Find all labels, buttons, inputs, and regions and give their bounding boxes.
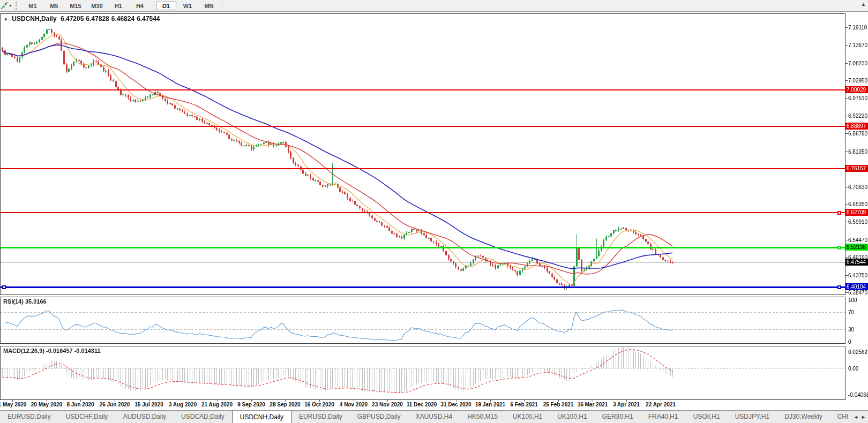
tabs-scroll-left-icon[interactable]: ◄ xyxy=(854,411,858,423)
date-tick-label: 23 Nov 2020 xyxy=(369,402,406,407)
price-tag-7.00029: 7.00029 xyxy=(845,86,868,93)
macd-tick-label: 0.00 xyxy=(848,366,868,372)
price-tick-label: 6.59910 xyxy=(848,219,868,225)
tabs-scroll-right-icon[interactable]: ► xyxy=(861,411,866,423)
price-tick-label: 6.54470 xyxy=(848,237,868,243)
price-tick-mark xyxy=(845,222,848,222)
price-tick-label: 7.02950 xyxy=(848,78,868,84)
line-handle-right-6.62709[interactable] xyxy=(837,211,841,215)
tool-dropdown-caret-icon[interactable]: ▼ xyxy=(9,4,12,7)
price-tick-label: 6.70630 xyxy=(848,184,868,190)
symbol-tab-bar: EURUSD,DailyUSDCHF,DailyAUDUSD,DailyUSDC… xyxy=(0,410,868,423)
date-tick-label: 16 Oct 2020 xyxy=(301,402,338,407)
date-tick-label: 26 Jun 2020 xyxy=(96,402,133,407)
price-tag-6.62709: 6.62709 xyxy=(845,209,868,216)
ohlc-low: 6.46824 xyxy=(111,15,134,22)
horizontal-line-7.00029[interactable] xyxy=(0,89,845,90)
horizontal-line-6.40104[interactable] xyxy=(0,286,845,288)
symbol-tab-eurusd-daily[interactable]: EURUSD,Daily xyxy=(0,411,58,423)
symbol-tab-audusd-daily[interactable]: AUDUSD,Daily xyxy=(115,411,174,423)
line-handle-left-6.40104[interactable] xyxy=(2,285,6,289)
date-tick-label: 15 Jul 2020 xyxy=(130,402,168,407)
rsi-tick-label: 100 xyxy=(848,297,868,303)
toolbar-drag-grip[interactable] xyxy=(16,2,19,10)
date-tick-label: 28 Sep 2020 xyxy=(266,402,304,407)
price-tick-label: 6.92230 xyxy=(848,113,868,119)
timeframe-button-d1[interactable]: D1 xyxy=(156,2,176,10)
timeframe-button-w1[interactable]: W1 xyxy=(177,2,198,10)
symbol-tab-usdjpy-h1[interactable]: USDJPY,H1 xyxy=(728,411,777,423)
symbol-tab-usdchf-daily[interactable]: USDCHF,Daily xyxy=(58,411,116,423)
symbol-tab-usdcnh-daily[interactable]: USDCNH,Daily xyxy=(232,411,291,423)
symbol-tab-gbpusd-daily[interactable]: GBPUSD,Daily xyxy=(350,411,408,423)
date-tick-label: 3 Apr 2021 xyxy=(608,402,645,407)
symbol-tab-uk100-h1[interactable]: UK100,H1 xyxy=(505,411,550,423)
price-tick-label: 6.43750 xyxy=(848,273,868,278)
symbol-tab-ger30-h1[interactable]: GER30,H1 xyxy=(595,411,641,423)
horizontal-line-6.76157[interactable] xyxy=(0,168,845,169)
symbol-tab-dj30-weekly[interactable]: DJ30,Weekly xyxy=(777,411,829,423)
date-tick-label: 6 Feb 2021 xyxy=(505,402,543,407)
symbol-tab-uk100-h1[interactable]: UK100,H1 xyxy=(550,411,594,423)
symbol-tab-xauusd-h4[interactable]: XAUUSD,H4 xyxy=(408,411,460,423)
price-tick-mark xyxy=(845,27,848,28)
timeframe-button-m1[interactable]: M1 xyxy=(23,2,43,10)
date-tick-label: 8 Jun 2020 xyxy=(62,402,99,407)
horizontal-line-6.52138[interactable] xyxy=(0,247,845,248)
price-tick-mark xyxy=(845,292,848,293)
macd-label: MACD(12,26,9) -0.016457 -0.014311 xyxy=(3,348,101,354)
timeframe-button-mn[interactable]: MN xyxy=(199,2,219,10)
macd-indicator-canvas[interactable] xyxy=(0,346,845,399)
symbol-tab-hk50-m15[interactable]: HK50,M15 xyxy=(460,411,505,423)
rsi-tick-label: 30 xyxy=(848,327,868,333)
price-tag-6.52138: 6.52138 xyxy=(845,244,868,251)
date-tick-label: 21 Aug 2020 xyxy=(198,402,236,407)
horizontal-line-6.62709[interactable] xyxy=(0,212,845,213)
current-price-tag: 6.47544 xyxy=(845,259,868,266)
timeframe-button-h4[interactable]: H4 xyxy=(130,2,150,10)
date-tick-label: 4 Nov 2020 xyxy=(335,402,372,407)
rsi-label: RSI(14) 35.0166 xyxy=(3,298,47,305)
price-tick-mark xyxy=(845,204,848,205)
price-tag-6.88897: 6.88897 xyxy=(845,123,868,130)
rsi-tick-label: 0 xyxy=(848,339,868,345)
crosshair-cursor-icon[interactable] xyxy=(1,2,8,10)
chart-collapse-icon[interactable]: ▼ xyxy=(4,17,8,22)
rsi-indicator-canvas[interactable] xyxy=(0,297,845,343)
price-tick-label: 7.19110 xyxy=(848,25,868,31)
price-tick-mark xyxy=(845,98,848,99)
date-tick-label: 25 Feb 2021 xyxy=(540,402,577,407)
symbol-tab-fra40-h1[interactable]: FRA40,H1 xyxy=(641,411,686,423)
date-tick-label: 9 Sep 2020 xyxy=(233,402,270,407)
symbol-tab-china300-h1[interactable]: CHINA300,H1 xyxy=(830,411,849,423)
horizontal-line-6.88897[interactable] xyxy=(0,126,845,127)
timeframe-button-h1[interactable]: H1 xyxy=(108,2,129,10)
date-tick-label: 1 May 2020 xyxy=(0,402,31,407)
date-tick-label: 31 Dec 2020 xyxy=(437,402,475,407)
toolbar-scroll-up-icon[interactable]: ▲ xyxy=(861,2,866,7)
rsi-tick-label: 70 xyxy=(848,309,868,315)
timeframe-button-m5[interactable]: M5 xyxy=(44,2,64,10)
price-tick-mark xyxy=(845,152,848,152)
main-chart-canvas[interactable] xyxy=(0,13,845,294)
timeframe-button-m30[interactable]: M30 xyxy=(87,2,107,10)
price-tick-mark xyxy=(845,257,848,258)
price-tick-mark xyxy=(845,133,848,134)
chart-symbol-label: USDCNH,Daily xyxy=(12,15,56,22)
price-tick-mark xyxy=(845,116,848,116)
timeframe-button-m15[interactable]: M15 xyxy=(65,2,86,10)
date-tick-label: 11 Dec 2020 xyxy=(403,402,440,407)
toolbar-separator xyxy=(222,2,222,10)
ohlc-open: 6.47205 xyxy=(61,15,84,22)
price-tick-mark xyxy=(845,240,848,240)
symbol-tab-usoil-h1[interactable]: USOil,H1 xyxy=(686,411,728,423)
date-tick-label: 3 Aug 2020 xyxy=(164,402,201,407)
line-handle-right-6.52138[interactable] xyxy=(837,246,841,250)
ohlc-close: 6.47544 xyxy=(137,15,160,22)
date-tick-label: 20 May 2020 xyxy=(28,402,65,407)
mt4-window: ▼ M1M5M15M30H1H4D1W1MN ▲ ▼ USDCNH,Daily … xyxy=(0,0,868,423)
line-handle-right-6.40104[interactable] xyxy=(837,285,841,289)
price-tag-6.40104: 6.40104 xyxy=(845,283,868,290)
symbol-tab-usdcad-daily[interactable]: USDCAD,Daily xyxy=(174,411,232,423)
symbol-tab-eurusd-daily[interactable]: EURUSD,Daily xyxy=(291,411,350,423)
